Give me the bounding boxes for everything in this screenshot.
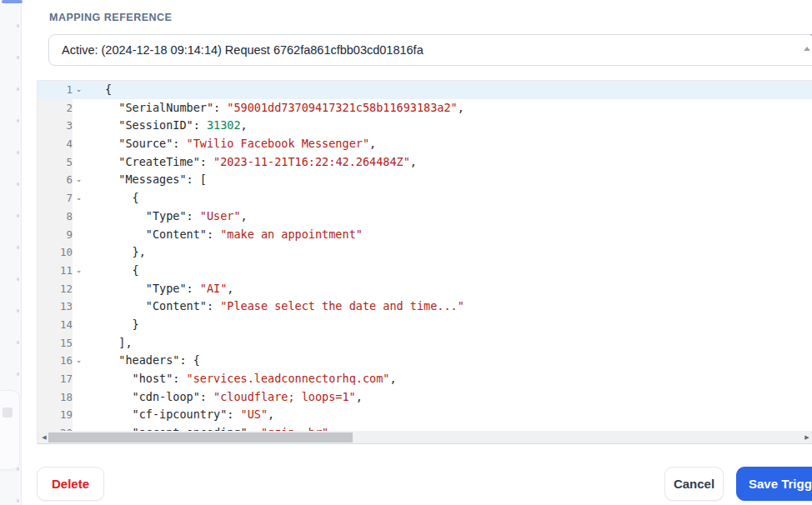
canvas-accent-bar [2,0,23,3]
code-token: : [173,372,186,385]
fold-chevron-icon[interactable]: ⌄ [73,262,85,280]
code-line[interactable]: 7⌄ { [38,189,812,208]
code-token: , [227,282,233,295]
fold-spacer [73,388,85,407]
code-token: , [369,137,376,150]
line-number: 5 [66,153,73,172]
line-number-gutter: 6 [38,171,73,189]
code-token: } [105,318,139,331]
code-line[interactable]: 8 "Type": "User", [38,208,812,226]
line-number-gutter: 16 [38,352,73,370]
code-line[interactable]: 16⌄ "headers": { [38,352,812,370]
code-token: "59001dd73709417321c58b11693183a2" [227,101,457,114]
select-arrows-icon [804,39,812,61]
fold-chevron-icon[interactable]: ⌄ [73,189,85,208]
code-line[interactable]: 18 "cdn-loop": "cloudflare; loops=1", [38,388,812,407]
code-token [105,101,118,114]
line-number-gutter: 5 [38,153,73,172]
code-token: "make an appointment" [220,228,363,241]
line-number-gutter: 18 [38,388,73,407]
code-text: ], [85,334,133,352]
code-text: { [85,81,112,99]
line-number: 15 [60,334,73,352]
line-number-gutter: 4 [38,135,73,153]
line-number-gutter: 10 [38,243,73,262]
page-title: MAPPING REFERENCE [49,12,172,23]
code-line[interactable]: 19 "cf-ipcountry": "US", [38,406,812,424]
code-text: "host": "services.leadconnectorhq.com", [85,370,397,388]
code-token: "Content" [146,299,207,312]
code-line[interactable]: 10 }, [38,243,812,262]
code-line[interactable]: 9 "Content": "make an appointment" [38,226,812,244]
save-trigger-button[interactable]: Save Trigger [736,467,812,501]
code-token: , [241,209,248,222]
line-number-gutter: 11 [38,262,73,280]
code-line[interactable]: 1⌄{ [38,81,812,99]
code-line[interactable]: 3 "SessionID": 31302, [38,117,812,135]
code-token [105,209,146,222]
code-line[interactable]: 5 "CreateTime": "2023-11-21T16:22:42.264… [38,153,812,172]
code-text: } [85,316,139,334]
scroll-right-icon[interactable]: ▶ [801,431,812,443]
code-text: }, [85,243,146,262]
code-line[interactable]: 6⌄ "Messages": [ [38,171,812,189]
request-selector[interactable]: Active: (2024-12-18 09:14:14) Request 67… [48,34,812,66]
line-number: 12 [60,280,73,298]
code-token: "services.leadconnectorhq.com" [187,372,390,385]
code-token [105,408,133,421]
code-text: "Content": "make an appointment" [85,226,363,244]
fold-spacer [73,298,85,316]
code-token: "US" [241,408,268,421]
code-token: 31302 [207,118,241,132]
line-number: 9 [66,226,73,244]
code-token: "Twilio Facebook Messenger" [187,137,369,150]
code-token: : [213,101,227,114]
horizontal-scrollbar[interactable]: ◀ ▶ [38,431,812,443]
code-line[interactable]: 11⌄ { [38,262,812,280]
code-token: : [173,137,186,150]
delete-button[interactable]: Delete [37,467,104,501]
code-line[interactable]: 14 } [38,316,812,334]
code-line[interactable]: 4 "Source": "Twilio Facebook Messenger", [38,135,812,153]
code-text: "cf-ipcountry": "US", [85,406,274,424]
fold-chevron-icon[interactable]: ⌄ [73,352,85,370]
code-text: { [85,189,139,208]
fold-chevron-icon[interactable]: ⌄ [73,171,85,189]
line-number-gutter: 9 [38,226,73,244]
code-token: { [105,191,139,204]
fold-chevron-icon[interactable]: ⌄ [73,81,85,99]
code-token: }, [105,245,146,258]
line-number: 18 [60,388,73,407]
line-number: 2 [66,99,73,118]
code-token: , [458,101,464,114]
line-number: 7 [66,189,73,208]
code-line[interactable]: 12 "Type": "AI", [38,280,812,298]
code-token: "User" [200,209,241,222]
code-line[interactable]: 13 "Content": "Please select the date an… [38,298,812,316]
line-number-gutter: 14 [38,316,73,334]
code-line[interactable]: 15 ], [38,334,812,352]
code-text: "Messages": [ [85,171,207,189]
code-token: : [187,209,200,222]
line-number-gutter: 7 [38,189,73,208]
code-token: , [268,408,274,421]
line-number-gutter: 13 [38,298,73,316]
code-text: "cdn-loop": "cloudflare; loops=1", [85,388,363,407]
code-text: "Source": "Twilio Facebook Messenger", [85,135,376,153]
code-token: "Type" [146,282,187,295]
scrollbar-thumb[interactable] [48,432,353,442]
json-code-editor[interactable]: 1⌄{2 "SerialNumber": "59001dd73709417321… [37,80,812,444]
code-token: "2023-11-21T16:22:42.264484Z" [213,155,410,168]
code-token: "CreateTime" [118,155,200,168]
cancel-button[interactable]: Cancel [664,467,724,501]
code-line[interactable]: 17 "host": "services.leadconnectorhq.com… [38,370,812,388]
code-token: "cf-ipcountry" [133,408,228,421]
code-token: "cloudflare; loops=1" [213,390,356,403]
code-token: : [207,299,220,312]
request-selector-value: Active: (2024-12-18 09:14:14) Request 67… [62,35,424,65]
code-text: "SessionID": 31302, [85,117,248,135]
line-number: 16 [60,352,73,370]
fold-spacer [73,243,85,262]
fold-spacer [73,280,85,298]
code-line[interactable]: 2 "SerialNumber": "59001dd73709417321c58… [38,99,812,118]
